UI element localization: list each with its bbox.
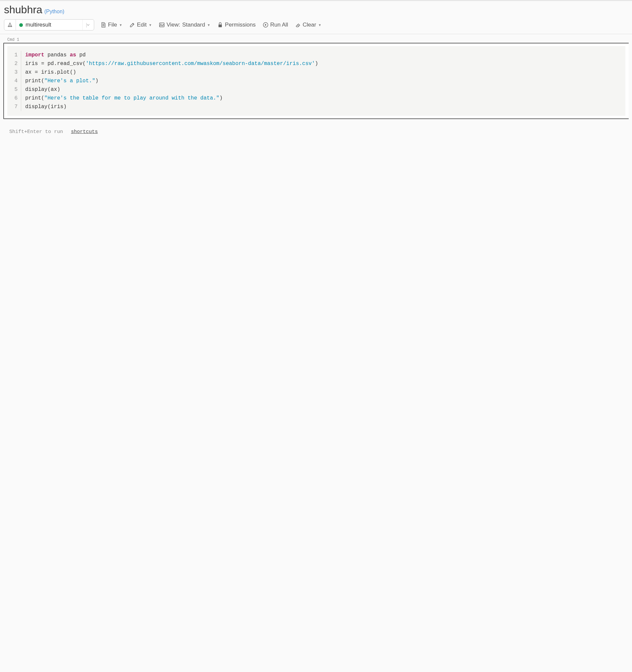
line-number: 4 [7, 77, 18, 85]
lock-icon [218, 22, 223, 27]
edit-label: Edit [137, 22, 147, 28]
edit-icon [130, 22, 135, 27]
file-icon [101, 22, 106, 27]
cluster-selector: multiresult | [4, 19, 94, 30]
code-line: iris = pd.read_csv('https://raw.githubus… [25, 59, 318, 68]
edit-menu[interactable]: Edit ▼ [129, 20, 152, 29]
chevron-down-icon [86, 23, 91, 27]
cluster-dropdown-button[interactable]: | [82, 20, 94, 30]
caret-down-icon: ▼ [149, 23, 152, 27]
caret-down-icon: ▼ [119, 23, 122, 27]
view-prefix: View: [167, 22, 180, 28]
svg-rect-15 [219, 25, 222, 27]
svg-rect-1 [8, 26, 9, 27]
caret-down-icon: ▼ [207, 23, 210, 27]
file-label: File [108, 22, 117, 28]
code-area[interactable]: 1 2 3 4 5 6 7 import pandas as pd iris =… [7, 46, 625, 116]
line-number: 5 [7, 85, 18, 94]
notebook-title[interactable]: shubhra [4, 4, 43, 16]
footer-hint: Shift+Enter to run shortcuts [0, 119, 632, 135]
svg-rect-0 [9, 23, 10, 24]
cluster-name: multiresult [26, 22, 51, 28]
language-label[interactable]: (Python) [44, 9, 64, 15]
notebook-header: shubhra (Python) [0, 1, 632, 18]
svg-line-17 [297, 25, 299, 26]
line-number: 6 [7, 94, 18, 102]
play-circle-icon [263, 22, 268, 27]
run-hint: Shift+Enter to run [9, 129, 63, 135]
cell-label: Cmd 1 [3, 37, 629, 43]
code-line: print("Here's a plot.") [25, 77, 318, 85]
line-number: 7 [7, 102, 18, 111]
code-line: display(ax) [25, 85, 318, 94]
line-number: 1 [7, 51, 18, 59]
shortcuts-link[interactable]: shortcuts [71, 129, 98, 135]
permissions-label: Permissions [225, 22, 256, 28]
permissions-button[interactable]: Permissions [217, 20, 256, 29]
clear-label: Clear [303, 22, 316, 28]
svg-rect-2 [9, 26, 10, 27]
code-line: ax = iris.plot() [25, 68, 318, 77]
view-mode: Standard [182, 22, 205, 28]
status-dot-icon [19, 23, 23, 27]
view-menu[interactable]: View: Standard ▼ [159, 20, 211, 29]
clear-menu[interactable]: Clear ▼ [295, 20, 322, 29]
run-all-button[interactable]: Run All [262, 20, 289, 29]
code-line: import pandas as pd [25, 51, 318, 59]
file-menu[interactable]: File ▼ [100, 20, 123, 29]
tree-icon [8, 23, 12, 27]
code-cell[interactable]: 1 2 3 4 5 6 7 import pandas as pd iris =… [3, 43, 629, 119]
code-line: display(iris) [25, 102, 318, 111]
caret-down-icon: ▼ [318, 23, 321, 27]
cluster-tree-button[interactable] [4, 20, 16, 30]
line-number: 3 [7, 68, 18, 77]
code-content[interactable]: import pandas as pd iris = pd.read_csv('… [21, 51, 322, 111]
eraser-icon [295, 22, 301, 27]
toolbar: multiresult | File ▼ Edit ▼ [0, 18, 632, 34]
image-icon [159, 22, 165, 27]
run-all-label: Run All [270, 22, 288, 28]
svg-rect-3 [11, 26, 12, 27]
line-number: 2 [7, 59, 18, 68]
cell-container: Cmd 1 1 2 3 4 5 6 7 import pandas as pd … [3, 37, 629, 119]
cluster-display[interactable]: multiresult [16, 22, 82, 28]
line-number-gutter: 1 2 3 4 5 6 7 [7, 51, 21, 111]
code-line: print("Here's the table for me to play a… [25, 94, 318, 102]
